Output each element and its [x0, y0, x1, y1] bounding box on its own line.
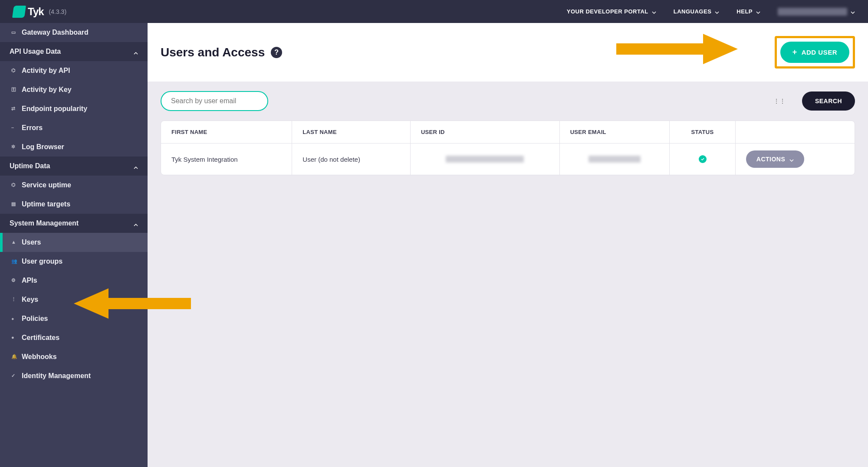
- shuffle-icon: ⇄: [11, 106, 17, 112]
- sidebar-group-label: System Management: [10, 219, 79, 227]
- sidebar-item-label: APIs: [22, 277, 37, 284]
- sidebar-item-label: Log Browser: [22, 143, 64, 151]
- search-wrap: ⋮⋮: [161, 91, 793, 111]
- sidebar-item-errors[interactable]: –Errors: [0, 118, 148, 137]
- search-button[interactable]: SEARCH: [802, 91, 855, 111]
- sidebar-group-label: API Usage Data: [10, 48, 61, 56]
- sidebar-item-label: Keys: [22, 296, 38, 304]
- sidebar-item-policies[interactable]: ⬥Policies: [0, 309, 148, 328]
- sidebar-item-label: Endpoint popularity: [22, 105, 87, 113]
- col-actions: [735, 121, 855, 144]
- gear-icon: ✲: [11, 144, 17, 150]
- page-title: Users and Access ?: [161, 46, 282, 59]
- chevron-up-icon: [134, 221, 138, 225]
- add-user-button[interactable]: + ADD USER: [780, 42, 849, 63]
- sidebar-item-endpoint-pop[interactable]: ⇄Endpoint popularity: [0, 99, 148, 118]
- sidebar-item-label: Service uptime: [22, 181, 71, 189]
- actions-label: ACTIONS: [756, 156, 786, 163]
- chevron-up-icon: [134, 164, 138, 168]
- nav-developer-portal[interactable]: YOUR DEVELOPER PORTAL: [567, 8, 656, 15]
- bolt-icon: ⬥: [11, 316, 17, 322]
- user-icon: ▲: [11, 239, 17, 245]
- search-row: ⋮⋮ SEARCH: [148, 82, 868, 121]
- chevron-down-icon: [851, 10, 855, 14]
- speed-icon: ⌬: [11, 182, 17, 188]
- annotation-highlight-box: + ADD USER: [775, 36, 855, 69]
- active-indicator: [0, 233, 3, 252]
- chevron-down-icon: [756, 10, 760, 14]
- sidebar-item-activity-key[interactable]: ⚿Activity by Key: [0, 80, 148, 99]
- nav-languages[interactable]: LANGUAGES: [674, 8, 720, 15]
- nav-user-menu[interactable]: [778, 8, 855, 16]
- col-status: STATUS: [670, 121, 735, 144]
- sidebar-group-uptime[interactable]: Uptime Data: [0, 157, 148, 176]
- col-user-email: USER EMAIL: [559, 121, 670, 144]
- topbar-right: YOUR DEVELOPER PORTAL LANGUAGES HELP: [567, 8, 855, 16]
- cell-status: [670, 144, 735, 175]
- sidebar-item-users[interactable]: ▲Users: [0, 233, 148, 252]
- brand-name: Tyk: [28, 6, 44, 18]
- redacted-user-id: [446, 156, 524, 163]
- password-manager-icon[interactable]: ⋮⋮: [773, 98, 786, 105]
- col-user-id: USER ID: [410, 121, 559, 144]
- brand-logo[interactable]: Tyk (4.3.3): [13, 6, 66, 18]
- redacted-user-email: [589, 156, 641, 163]
- sidebar-item-label: Certificates: [22, 334, 59, 342]
- table-header-row: FIRST NAME LAST NAME USER ID USER EMAIL …: [161, 121, 855, 144]
- main-content: Users and Access ? + ADD USER ⋮⋮ SEARCH: [148, 23, 868, 467]
- monitor-icon: ▭: [11, 29, 17, 36]
- sidebar-group-api-usage[interactable]: API Usage Data: [0, 42, 148, 61]
- nav-help[interactable]: HELP: [736, 8, 760, 15]
- sidebar-item-label: Users: [22, 238, 41, 246]
- nav-label: LANGUAGES: [674, 8, 712, 15]
- sidebar-item-webhooks[interactable]: 🔔Webhooks: [0, 347, 148, 366]
- key-icon: ⚿: [11, 87, 17, 93]
- bell-icon: 🔔: [11, 354, 17, 360]
- sidebar-item-service-uptime[interactable]: ⌬Service uptime: [0, 176, 148, 195]
- chevron-down-icon: [789, 157, 794, 161]
- sidebar-item-user-groups[interactable]: 👥User groups: [0, 252, 148, 271]
- chevron-up-icon: [134, 49, 138, 54]
- col-first-name: FIRST NAME: [161, 121, 292, 144]
- sidebar-item-apis[interactable]: ⚙APIs: [0, 271, 148, 290]
- add-user-label: ADD USER: [802, 49, 837, 56]
- table-row: Tyk System Integration User (do not dele…: [161, 144, 855, 175]
- plus-icon: +: [792, 48, 797, 57]
- sidebar-group-system-mgmt[interactable]: System Management: [0, 214, 148, 233]
- sidebar-item-label: Activity by API: [22, 67, 70, 75]
- chevron-down-icon: [715, 10, 719, 14]
- sidebar-item-label: Errors: [22, 124, 43, 132]
- sidebar-item-dashboard[interactable]: ▭ Gateway Dashboard: [0, 23, 148, 42]
- list-icon: ▤: [11, 201, 17, 207]
- help-icon[interactable]: ?: [271, 47, 282, 58]
- sidebar-item-label: Activity by Key: [22, 86, 72, 94]
- page-title-text: Users and Access: [161, 46, 265, 59]
- sidebar-item-label: User groups: [22, 258, 62, 265]
- logo-mark-icon: [12, 6, 26, 18]
- sidebar-item-log-browser[interactable]: ✲Log Browser: [0, 137, 148, 157]
- sidebar-item-uptime-targets[interactable]: ▤Uptime targets: [0, 195, 148, 214]
- sidebar-item-identity-mgmt[interactable]: ✓Identity Management: [0, 366, 148, 385]
- search-input[interactable]: [161, 91, 268, 111]
- row-actions-button[interactable]: ACTIONS: [746, 150, 805, 168]
- sidebar-item-keys[interactable]: ⋮Keys: [0, 290, 148, 309]
- cell-actions: ACTIONS: [735, 144, 855, 175]
- check-icon: ✓: [11, 373, 17, 379]
- sidebar-item-activity-api[interactable]: ⌬Activity by API: [0, 61, 148, 80]
- sidebar-item-label: Uptime targets: [22, 200, 70, 208]
- sidebar-item-certificates[interactable]: ●Certificates: [0, 328, 148, 347]
- cell-last-name: User (do not delete): [292, 144, 411, 175]
- user-name-redacted: [778, 8, 847, 16]
- cell-first-name: Tyk System Integration: [161, 144, 292, 175]
- sidebar-item-label: Webhooks: [22, 353, 57, 361]
- speed-icon: ⌬: [11, 68, 17, 74]
- sidebar-group-label: Uptime Data: [10, 162, 50, 170]
- sidebar-item-label: Policies: [22, 315, 48, 323]
- chevron-down-icon: [652, 10, 656, 14]
- minus-icon: –: [11, 125, 17, 131]
- users-icon: 👥: [11, 258, 17, 265]
- nav-label: YOUR DEVELOPER PORTAL: [567, 8, 648, 15]
- nav-label: HELP: [736, 8, 753, 15]
- col-last-name: LAST NAME: [292, 121, 411, 144]
- sidebar: ▭ Gateway Dashboard API Usage Data ⌬Acti…: [0, 23, 148, 467]
